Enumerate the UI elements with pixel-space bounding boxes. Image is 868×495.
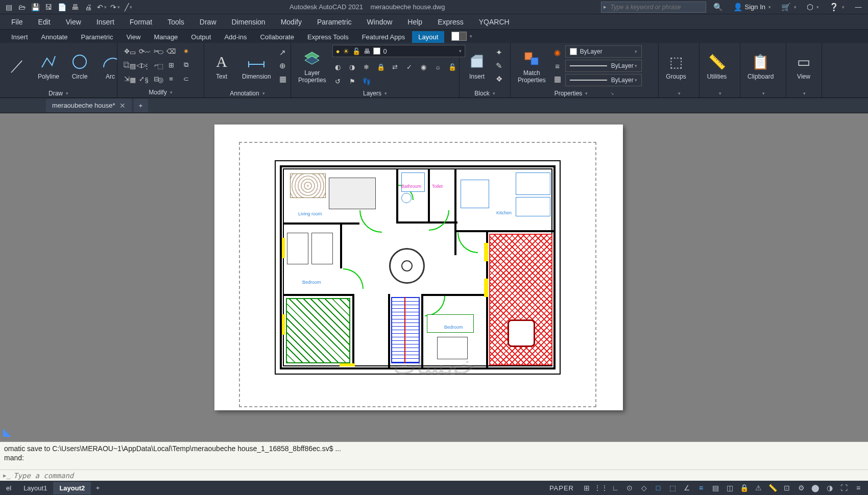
hardware-icon[interactable]: ⬤ [809, 482, 822, 494]
autodesk-app-icon[interactable]: 🛒▾ [778, 2, 800, 13]
brush-icon[interactable]: ╱▾ [123, 2, 134, 13]
line-tool[interactable]: ／ [3, 45, 32, 87]
circle-tool[interactable]: Circle [65, 45, 94, 87]
lwt-icon[interactable]: ≡ [694, 482, 708, 494]
layout-tab-el[interactable]: el [0, 482, 17, 494]
panel-clipboard-title[interactable]: ▾ [740, 89, 786, 97]
open-icon[interactable]: 🗁 [16, 2, 28, 13]
lineweight-dropdown[interactable]: ByLayer▾ [565, 60, 642, 72]
ribbon-tab-insert[interactable]: Insert [5, 31, 34, 43]
quickprops-icon[interactable]: ⊡ [780, 482, 793, 494]
edit-block-icon[interactable]: ✎ [493, 60, 504, 71]
scale-icon[interactable]: ⤢ [135, 72, 148, 85]
attr-block-icon[interactable]: ❖ [493, 73, 504, 85]
layer-properties-button[interactable]: Layer Properties [294, 45, 330, 87]
annomon-icon[interactable]: ⚠ [752, 482, 765, 494]
annoscale-icon[interactable]: 🔒 [737, 482, 751, 494]
panel-annotation-title[interactable]: Annotation ▾ [204, 89, 291, 97]
transparency-status-icon[interactable]: ▤ [709, 482, 722, 494]
layeriso-icon[interactable]: ◑ [347, 61, 358, 72]
layout-tab-layout1[interactable]: Layout1 [17, 482, 53, 494]
ribbon-tab-output[interactable]: Output [185, 31, 217, 43]
new-tab-button[interactable]: ＋ [134, 99, 148, 112]
menu-dimension[interactable]: Dimension [225, 16, 273, 28]
save-icon[interactable]: 💾 [30, 2, 41, 13]
erase-icon[interactable]: ⌫ [165, 45, 177, 57]
match-properties-button[interactable]: Match Properties [514, 45, 550, 87]
menu-window[interactable]: Window [360, 16, 400, 28]
centerline-icon[interactable]: ⊕ [277, 60, 288, 71]
panel-properties-title[interactable]: Properties ▾↘ [511, 89, 658, 97]
trim-icon[interactable]: ✂ [150, 45, 162, 57]
isolate-icon[interactable]: ◑ [823, 482, 836, 494]
signin-button[interactable]: 👤 Sign In ▾ [730, 2, 774, 13]
polar-icon[interactable]: ⊙ [623, 482, 636, 494]
close-icon[interactable]: ✕ [119, 102, 126, 110]
new-icon[interactable]: ▤ [3, 2, 14, 13]
selection-cycling-icon[interactable]: ◫ [723, 482, 736, 494]
ribbon-tab-collaborate[interactable]: Collaborate [254, 31, 300, 43]
clipboard-button[interactable]: 📋Clipboard [743, 45, 778, 87]
mirror-icon[interactable]: ◁▷ [135, 59, 148, 71]
align-icon[interactable]: ≡ [165, 72, 177, 85]
menu-draw[interactable]: Draw [192, 16, 224, 28]
array-icon[interactable]: ⊞ [165, 59, 177, 71]
menu-insert[interactable]: Insert [89, 16, 122, 28]
arrayrect-icon[interactable]: ⊟ [150, 72, 162, 85]
leader-icon[interactable]: ↗ [277, 47, 288, 58]
web-open-icon[interactable]: 📄 [56, 2, 67, 13]
panel-utilities-title[interactable]: ▾ [700, 89, 740, 97]
copy-icon[interactable]: ⿻ [120, 59, 133, 71]
fillet-icon[interactable]: ⌐ [150, 59, 162, 71]
menu-modify[interactable]: Modify [274, 16, 309, 28]
view-button[interactable]: ▭View [789, 45, 818, 87]
menu-yqarch[interactable]: YQARCH [472, 16, 517, 28]
lineweight-icon[interactable]: ≡ [552, 60, 563, 71]
stretch-icon[interactable]: ⇲ [120, 72, 133, 85]
layerwalk-icon[interactable]: 👣 [361, 76, 372, 87]
layerfrz-icon[interactable]: ❄ [361, 61, 372, 72]
redo-icon[interactable]: ↷▾ [109, 2, 120, 13]
layercur-icon[interactable]: ✓ [404, 61, 415, 72]
transparency-icon[interactable]: ▦ [552, 73, 563, 85]
menu-help[interactable]: Help [400, 16, 429, 28]
layermatch-icon[interactable]: ⇄ [390, 61, 401, 72]
layerthaw-icon[interactable]: ☼ [432, 61, 444, 72]
grid-icon[interactable]: ⊞ [580, 482, 593, 494]
isodraft-icon[interactable]: ◇ [637, 482, 650, 494]
layerunlock-icon[interactable]: 🔓 [447, 61, 458, 72]
print-icon[interactable]: 🖨 [83, 2, 94, 13]
ortho-icon[interactable]: ∟ [609, 482, 622, 494]
ribbon-tab-layout[interactable]: Layout [412, 31, 444, 43]
dimension-tool[interactable]: Dimension [238, 45, 275, 87]
color-wheel-icon[interactable]: ◉ [552, 47, 563, 58]
snap-icon[interactable]: ⋮⋮ [594, 482, 608, 494]
menu-parametric[interactable]: Parametric [310, 16, 359, 28]
plot-icon[interactable]: 🖶 [69, 2, 81, 13]
document-tab[interactable]: meraoubeche house* ✕ [46, 99, 132, 112]
cleanscreen-icon[interactable]: ⛶ [837, 482, 851, 494]
workspace-switch-icon[interactable] [451, 32, 467, 41]
groups-button[interactable]: ⬚Groups [662, 45, 690, 87]
add-layout-button[interactable]: ＋ [91, 481, 104, 495]
undo-icon[interactable]: ↶▾ [96, 2, 107, 13]
panel-block-title[interactable]: Block ▾ [460, 89, 510, 97]
insert-block-button[interactable]: Insert [463, 45, 491, 87]
panel-modify-title[interactable]: Modify ▾ [117, 87, 204, 97]
create-block-icon[interactable]: ✦ [493, 47, 504, 58]
ribbon-tab-manage[interactable]: Manage [148, 31, 184, 43]
saveas-icon[interactable]: 🖫 [43, 2, 54, 13]
ribbon-tab-express-tools[interactable]: Express Tools [301, 31, 355, 43]
a360-icon[interactable]: ⬡▾ [804, 2, 822, 13]
search-input[interactable] [609, 4, 706, 11]
minimize-icon[interactable]: — [852, 2, 865, 13]
search-box[interactable]: ▸ [601, 2, 706, 13]
osnap-icon[interactable]: □ [652, 482, 665, 494]
layout-tab-layout2[interactable]: Layout2 [53, 482, 91, 494]
ribbon-tab-view[interactable]: View [120, 31, 147, 43]
layerprev-icon[interactable]: ↺ [332, 76, 344, 87]
infocenter-search-icon[interactable]: 🔍 [710, 2, 726, 13]
panel-layers-title[interactable]: Layers ▾ [291, 89, 459, 97]
ribbon-tab-featured-apps[interactable]: Featured Apps [356, 31, 412, 43]
command-line[interactable]: ▸_ [0, 469, 868, 481]
